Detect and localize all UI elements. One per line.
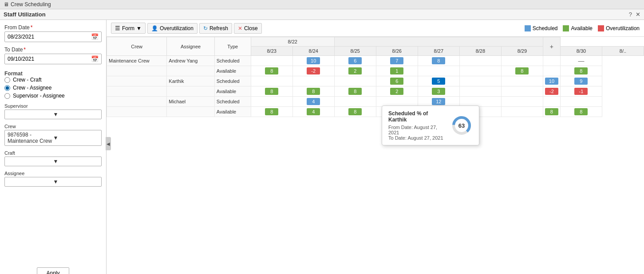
to-date-input[interactable] bbox=[8, 56, 91, 62]
assignee-field: Assignee ▼ bbox=[4, 171, 102, 187]
crew-dropdown[interactable]: 9876598 - Maintenance Crew ▼ bbox=[4, 130, 102, 146]
toolbar: ☰ Form ▼ 👤 Overutilization ↻ Refresh ✕ bbox=[107, 20, 644, 37]
col-header-826: 8/26 bbox=[376, 47, 418, 56]
cell-m-a-824: 4 bbox=[292, 107, 334, 117]
cell-ay-s-827: 8 bbox=[418, 56, 459, 66]
table-row: Available 8 4 8 8 -4 8 8 bbox=[107, 107, 644, 117]
cell-ay-a-more: 8 bbox=[560, 66, 602, 76]
cell-k-a-826: 2 bbox=[376, 86, 418, 97]
crew-arrow-icon: ▼ bbox=[53, 135, 99, 141]
legend-overutilization-box bbox=[598, 25, 604, 31]
cell-ay-a-830 bbox=[543, 66, 560, 76]
cell-m-s-more bbox=[560, 97, 602, 107]
tooltip-title: Scheduled % of Karthik bbox=[388, 110, 446, 123]
window-close-button[interactable]: ✕ bbox=[636, 11, 640, 18]
legend-available: Available bbox=[563, 25, 592, 31]
from-date-input-wrap: 📅 bbox=[4, 31, 102, 42]
apply-button[interactable]: Apply bbox=[37, 267, 69, 274]
minus-icon-ay[interactable]: — bbox=[578, 58, 584, 64]
table-row: Michael Scheduled 4 12 bbox=[107, 97, 644, 107]
cell-k-a-828 bbox=[459, 86, 501, 97]
format-supervisor-assignee-radio[interactable] bbox=[4, 93, 10, 99]
cell-ay-s-825: 6 bbox=[334, 56, 376, 66]
cell-ay-a-825: 2 bbox=[334, 66, 376, 76]
format-radio-group: Crew - Craft Crew - Assignee Supervisor … bbox=[4, 77, 102, 99]
format-crew-assignee[interactable]: Crew - Assignee bbox=[4, 85, 102, 91]
help-button[interactable]: ? bbox=[629, 11, 632, 18]
col-header-828: 8/28 bbox=[459, 47, 501, 56]
cell-k-a-more: -1 bbox=[560, 86, 602, 97]
from-date-field: From Date * 📅 bbox=[4, 24, 102, 42]
cell-m-s-829 bbox=[501, 97, 543, 107]
legend-available-box bbox=[563, 25, 569, 31]
assignee-cell-empty3 bbox=[167, 86, 214, 97]
cell-ay-s-830 bbox=[543, 56, 560, 66]
cell-k-s-825 bbox=[334, 76, 376, 86]
cell-k-a-824: 8 bbox=[292, 86, 334, 97]
cell-m-a-823: 8 bbox=[251, 107, 292, 117]
cell-m-a-more: 8 bbox=[560, 107, 602, 117]
cell-k-a-825: 8 bbox=[334, 86, 376, 97]
to-date-calendar-icon[interactable]: 📅 bbox=[91, 55, 99, 63]
cell-k-s-830: 10 bbox=[543, 76, 560, 86]
close-label: Close bbox=[244, 25, 258, 31]
supervisor-arrow-icon: ▼ bbox=[53, 111, 99, 117]
assignee-cell-michael: Michael bbox=[167, 97, 214, 107]
to-date-input-wrap: 📅 bbox=[4, 54, 102, 64]
cell-k-s-more: 9 bbox=[560, 76, 602, 86]
supervisor-dropdown[interactable]: ▼ bbox=[4, 110, 102, 119]
cell-k-s-828 bbox=[459, 76, 501, 86]
cell-k-s-823 bbox=[251, 76, 292, 86]
form-button[interactable]: ☰ Form ▼ bbox=[111, 23, 146, 34]
overutilization-button[interactable]: 👤 Overutilization bbox=[147, 23, 198, 34]
crew-cell-maintenance: Maintenance Crew bbox=[107, 56, 167, 66]
date-group-822: 8/22 bbox=[251, 37, 334, 47]
tooltip-content: Scheduled % of Karthik From Date: August… bbox=[388, 110, 446, 141]
format-crew-craft[interactable]: Crew - Craft bbox=[4, 77, 102, 83]
assignee-label: Assignee bbox=[4, 171, 102, 176]
legend-scheduled: Scheduled bbox=[525, 25, 558, 31]
format-supervisor-assignee[interactable]: Supervisor - Assignee bbox=[4, 93, 102, 99]
to-date-field: To Date * 📅 bbox=[4, 47, 102, 64]
from-date-required: * bbox=[31, 24, 33, 31]
schedule-table: Crew Assignee Type 8/22 + 8/23 8/24 bbox=[107, 37, 644, 117]
col-header-830: 8/30 bbox=[560, 47, 602, 56]
col-header-829: 8/29 bbox=[501, 47, 543, 56]
tooltip-to-date: To Date: August 27, 2021 bbox=[388, 135, 446, 141]
form-label: Form bbox=[122, 25, 134, 31]
assignee-dropdown[interactable]: ▼ bbox=[4, 177, 102, 187]
format-supervisor-assignee-label: Supervisor - Assignee bbox=[13, 93, 65, 99]
cell-m-a-825: 8 bbox=[334, 107, 376, 117]
cell-m-a-830: 8 bbox=[543, 107, 560, 117]
plus-icon[interactable]: + bbox=[550, 43, 553, 50]
cell-ay-s-more: — bbox=[560, 56, 602, 66]
add-col-button[interactable]: + bbox=[543, 37, 560, 56]
cell-ay-a-826: 1 bbox=[376, 66, 418, 76]
form-icon: ☰ bbox=[115, 25, 120, 31]
crew-label: Crew bbox=[4, 124, 102, 129]
refresh-label: Refresh bbox=[209, 25, 228, 31]
cell-m-s-823 bbox=[251, 97, 292, 107]
crew-field: Crew 9876598 - Maintenance Crew ▼ bbox=[4, 124, 102, 146]
cell-ay-a-824: -2 bbox=[292, 66, 334, 76]
craft-dropdown[interactable]: ▼ bbox=[4, 157, 102, 166]
toolbar-legend: Scheduled Available Overutilization bbox=[525, 25, 640, 31]
refresh-button[interactable]: ↻ Refresh bbox=[199, 23, 232, 34]
type-cell-avail2: Available bbox=[214, 86, 251, 97]
cell-ay-s-823 bbox=[251, 56, 292, 66]
from-date-calendar-icon[interactable]: 📅 bbox=[91, 33, 99, 40]
col-header-assignee: Assignee bbox=[167, 37, 214, 56]
collapse-handle[interactable]: ◀ bbox=[106, 137, 111, 150]
cell-ay-s-828 bbox=[459, 56, 501, 66]
type-cell-sched2: Scheduled bbox=[214, 76, 251, 86]
format-crew-assignee-radio[interactable] bbox=[4, 85, 10, 91]
from-date-input[interactable] bbox=[8, 34, 91, 40]
close-button[interactable]: ✕ Close bbox=[234, 23, 262, 34]
window-controls: ? ✕ bbox=[629, 11, 640, 18]
crew-cell-empty3 bbox=[107, 86, 167, 97]
cell-ay-s-824: 10 bbox=[292, 56, 334, 66]
overutilization-icon: 👤 bbox=[151, 25, 158, 31]
format-crew-craft-radio[interactable] bbox=[4, 77, 10, 83]
title-bar-text: Crew Scheduling bbox=[11, 1, 51, 8]
date-group-header-row: Crew Assignee Type 8/22 + bbox=[107, 37, 644, 47]
